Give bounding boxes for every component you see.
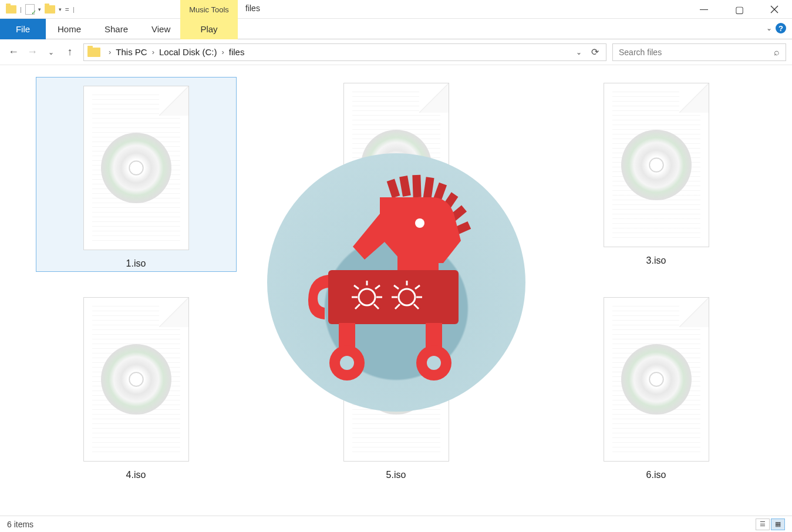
breadcrumb[interactable]: › This PC › Local Disk (C:) › files ⌄ ⟳ [83,43,606,61]
folder-icon[interactable] [6,5,16,14]
svg-rect-5 [423,177,434,200]
navigation-bar: ← → ⌄ ↑ › This PC › Local Disk (C:) › fi… [0,39,792,65]
title-bar: | ▾ ▾ = | Music Tools files ▢ [0,0,792,19]
up-button[interactable]: ↑ [62,45,77,60]
svg-point-34 [427,356,441,370]
svg-rect-3 [399,176,411,197]
svg-point-10 [415,218,424,228]
file-name: 5.iso [386,470,406,480]
properties-icon[interactable] [25,4,35,15]
forward-button[interactable]: → [25,45,40,60]
file-item[interactable]: 6.iso [526,291,786,506]
iso-file-icon [83,86,189,250]
status-bar: 6 items ☰ ▦ [0,516,792,532]
separator: | [20,6,22,13]
details-view-button[interactable]: ☰ [756,518,770,530]
svg-rect-2 [386,179,400,198]
recent-locations-button[interactable]: ⌄ [43,45,59,60]
view-mode-buttons: ☰ ▦ [756,518,785,530]
svg-point-32 [340,356,354,370]
expand-ribbon-icon[interactable]: ⌄ [766,24,772,32]
folder-icon [87,48,100,57]
breadcrumb-segment[interactable]: files [229,47,245,57]
maximize-button[interactable]: ▢ [722,0,757,19]
chevron-right-icon[interactable]: › [106,48,113,56]
file-name: 1.iso [126,258,146,269]
help-icon[interactable]: ? [776,23,786,33]
large-icons-view-button[interactable]: ▦ [771,518,785,530]
file-name: 6.iso [646,470,666,480]
search-box[interactable]: ⌕ [612,43,786,61]
iso-file-icon [604,83,709,247]
chevron-down-icon[interactable]: ▾ [59,6,62,12]
customize-qat-icon[interactable]: = [65,5,69,14]
minimize-button[interactable] [686,0,722,19]
tab-home[interactable]: Home [46,19,93,39]
close-button[interactable] [757,0,792,19]
breadcrumb-dropdown-icon[interactable]: ⌄ [576,48,582,56]
search-icon[interactable]: ⌕ [774,47,780,58]
iso-file-icon [604,297,709,462]
quick-access-toolbar: | ▾ ▾ = | [0,4,75,15]
tab-play[interactable]: Play [180,19,238,39]
chevron-right-icon[interactable]: › [150,48,157,56]
trojan-overlay [267,153,525,412]
file-tab[interactable]: File [0,19,46,39]
chevron-right-icon[interactable]: › [219,48,226,56]
breadcrumb-segment[interactable]: Local Disk (C:) [159,47,217,57]
nav-buttons: ← → ⌄ ↑ [6,45,77,60]
file-item[interactable]: 4.iso [6,291,266,506]
window-controls: ▢ [686,0,792,19]
file-item[interactable]: 1.iso [6,77,266,291]
contextual-tab-header: Music Tools [180,0,238,19]
window-title: files [245,4,260,13]
breadcrumb-segment[interactable]: This PC [116,47,147,57]
file-grid: 1.iso 2.iso 3.iso 4.iso 5.iso 6.iso [0,65,792,517]
file-name: 3.iso [646,255,666,266]
tab-view[interactable]: View [140,19,182,39]
separator: | [73,6,75,13]
trojan-horse-icon [296,171,496,383]
file-name: 4.iso [126,470,146,480]
new-folder-icon[interactable] [45,5,55,14]
refresh-icon[interactable]: ⟳ [588,46,602,58]
item-count: 6 items [7,520,33,529]
tab-share[interactable]: Share [93,19,140,39]
chevron-down-icon[interactable]: ▾ [38,6,41,12]
iso-file-icon [83,297,189,462]
svg-rect-4 [412,175,421,197]
ribbon-tabs: File Home Share View Play ⌄ ? [0,19,792,39]
file-item[interactable]: 3.iso [526,77,786,291]
back-button[interactable]: ← [6,45,21,60]
search-input[interactable] [619,48,774,57]
